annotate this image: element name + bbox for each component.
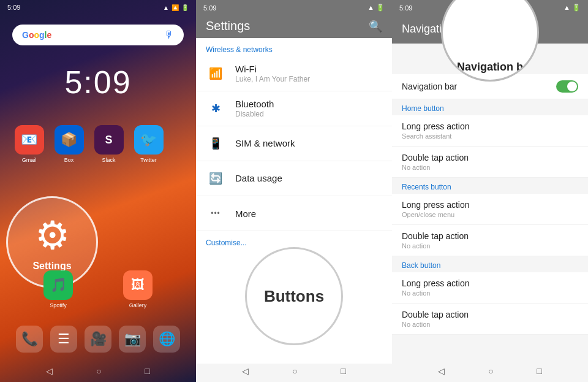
app-label: Gallery	[121, 302, 155, 308]
nav-section-home: Home button	[392, 99, 588, 115]
app-label: Slack	[92, 157, 126, 163]
navigation-circle-text: Navigation b	[457, 61, 523, 74]
bluetooth-subtitle: Disabled	[235, 110, 382, 118]
settings-home-button[interactable]: ○	[292, 366, 297, 376]
settings-recents-button[interactable]: □	[341, 366, 345, 376]
nav-settings-status-time: 5:09	[399, 4, 412, 12]
recents-double-tap-item[interactable]: Double tap action No action	[392, 225, 588, 256]
phone-status-time: 5:09	[7, 4, 20, 11]
dock-chrome-icon[interactable]: 🌐	[153, 326, 180, 353]
dock-phone-icon[interactable]: 📞	[16, 326, 43, 353]
recents-long-press-title: Long press action	[402, 200, 578, 210]
wifi-subtitle: Luke, I Am Your Father	[235, 75, 382, 83]
nav-settings-back-button[interactable]: ◁	[438, 366, 445, 376]
list-item[interactable]: 📦 Box	[52, 125, 86, 163]
status-icons: ▲ 🔼 🔋	[163, 4, 189, 11]
data-settings-icon: 🔄	[206, 169, 225, 188]
settings-toolbar: Settings 🔍	[196, 14, 392, 38]
recents-long-press-item[interactable]: Long press action Open/close menu	[392, 194, 588, 225]
navigation-bar-toggle[interactable]	[556, 80, 578, 93]
mic-icon[interactable]: 🎙	[164, 29, 174, 40]
phone-status-bar: 5:09 ▲ 🔼 🔋	[0, 0, 196, 12]
wifi-icon: 🔼	[172, 4, 179, 11]
list-item[interactable]: S Slack	[92, 125, 126, 163]
settings-item-sim[interactable]: 📱 SIM & network	[196, 126, 392, 161]
app-label: Gmail	[12, 157, 46, 163]
app-label: Box	[52, 157, 86, 163]
nav-section-back: Back button	[392, 256, 588, 272]
phone-dock: 📞 ☰ 🎥 📷 🌐	[0, 321, 196, 357]
settings-status-time: 5:09	[203, 4, 216, 12]
google-logo: Google	[22, 30, 51, 40]
home-button[interactable]: ○	[96, 366, 101, 376]
settings-back-button[interactable]: ◁	[242, 366, 249, 376]
settings-navigation-bar: ◁ ○ □	[196, 364, 392, 378]
list-item[interactable]: 🖼 Gallery	[121, 270, 155, 308]
nav-settings-toolbar-wrapper: Navigation b Navigation b	[392, 14, 588, 44]
phone-clock: 5:09	[0, 64, 196, 101]
settings-item-sim-text: SIM & network	[235, 138, 382, 149]
spotify-icon: 🎵	[43, 270, 73, 300]
search-icon[interactable]: 🔍	[369, 20, 382, 33]
recents-double-tap-title: Double tap action	[402, 231, 578, 241]
back-long-press-subtitle: No action	[402, 289, 578, 297]
nav-settings-navigation-bar: ◁ ○ □	[392, 364, 588, 378]
box-icon: 📦	[55, 125, 84, 155]
home-double-tap-item[interactable]: Double tap action No action	[392, 147, 588, 178]
settings-section-wireless: Wireless & networks	[196, 38, 392, 56]
list-item[interactable]: 🐦 Twitter	[132, 125, 165, 163]
app-grid: 📧 Gmail 📦 Box S Slack 🐦 Twitter	[0, 113, 196, 175]
home-long-press-title: Long press action	[402, 121, 578, 131]
list-item[interactable]: 🎵 Spotify	[42, 270, 75, 308]
buttons-circle-label: Buttons	[264, 287, 324, 306]
settings-item-data[interactable]: 🔄 Data usage	[196, 161, 392, 196]
home-long-press-subtitle: Search assistant	[402, 132, 578, 140]
app-row-bottom: 🎵 Spotify 🖼 Gallery	[0, 270, 196, 308]
battery-icon: 🔋	[181, 4, 189, 11]
more-settings-icon: •••	[206, 204, 225, 223]
data-title: Data usage	[235, 173, 382, 183]
back-button[interactable]: ◁	[46, 366, 53, 376]
settings-screen: 5:09 ▲ 🔋 Settings 🔍 Wireless & networks …	[196, 0, 392, 382]
home-double-tap-subtitle: No action	[402, 164, 578, 171]
navigation-bar-toggle-label: Navigation bar	[402, 82, 457, 91]
nav-settings-recents-button[interactable]: □	[537, 366, 541, 376]
more-title: More	[235, 208, 382, 219]
navigation-circle-overlay: Navigation b	[441, 0, 539, 82]
nav-section-recents: Recents button	[392, 178, 588, 194]
sim-title: SIM & network	[235, 138, 382, 148]
gallery-icon: 🖼	[123, 270, 153, 300]
wifi-title: Wi-Fi	[235, 64, 382, 74]
dock-video-icon[interactable]: 🎥	[85, 326, 111, 353]
settings-item-wifi[interactable]: 📶 Wi-Fi Luke, I Am Your Father	[196, 56, 392, 91]
settings-screen-title: Settings	[206, 19, 250, 33]
settings-item-data-text: Data usage	[235, 173, 382, 184]
sim-settings-icon: 📱	[206, 134, 225, 153]
back-long-press-title: Long press action	[402, 278, 578, 288]
signal-icon: ▲ 🔋	[368, 4, 385, 11]
nav-settings-status-icons: ▲ 🔋	[564, 4, 581, 12]
nav-settings-home-button[interactable]: ○	[488, 366, 493, 376]
settings-status-bar: 5:09 ▲ 🔋	[196, 0, 392, 14]
twitter-icon: 🐦	[134, 125, 164, 155]
settings-item-more[interactable]: ••• More	[196, 196, 392, 231]
home-double-tap-title: Double tap action	[402, 153, 578, 162]
google-search-bar[interactable]: Google 🎙	[12, 25, 184, 45]
back-double-tap-subtitle: No action	[402, 321, 578, 328]
signal-icon: ▲	[163, 4, 169, 11]
buttons-circle: Buttons	[245, 247, 343, 345]
settings-item-bluetooth[interactable]: ✱ Bluetooth Disabled	[196, 91, 392, 126]
dock-camera-icon[interactable]: 📷	[119, 326, 146, 353]
settings-item-wifi-text: Wi-Fi Luke, I Am Your Father	[235, 64, 382, 83]
app-label: Twitter	[132, 157, 165, 163]
recents-button[interactable]: □	[145, 366, 149, 376]
back-double-tap-item[interactable]: Double tap action No action	[392, 304, 588, 335]
dock-messages-icon[interactable]: ☰	[50, 326, 77, 353]
home-long-press-item[interactable]: Long press action Search assistant	[392, 115, 588, 147]
list-item[interactable]: 📧 Gmail	[12, 125, 46, 163]
settings-item-more-text: More	[235, 208, 382, 219]
wifi-settings-icon: 📶	[206, 64, 225, 83]
battery-icon: ▲ 🔋	[564, 4, 581, 11]
back-long-press-item[interactable]: Long press action No action	[392, 272, 588, 304]
gmail-icon: 📧	[15, 125, 44, 155]
